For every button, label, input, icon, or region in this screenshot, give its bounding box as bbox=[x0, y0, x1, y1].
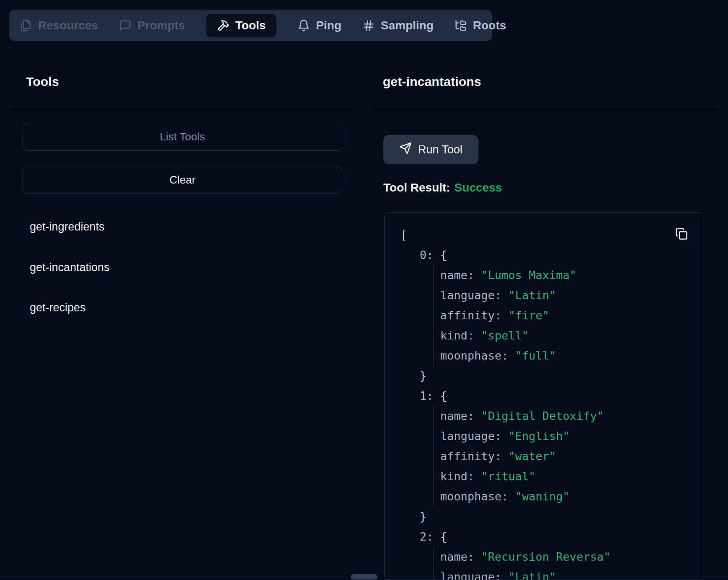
json-line: [ bbox=[385, 225, 703, 245]
json-line: } bbox=[385, 366, 703, 386]
list-tools-button[interactable]: List Tools bbox=[23, 123, 342, 151]
json-line: affinity: "water" bbox=[385, 446, 703, 466]
tool-list-item-get-incantations[interactable]: get-incantations bbox=[30, 261, 110, 274]
mcp-inspector-screen: ResourcesPromptsToolsPingSamplingRoots T… bbox=[0, 0, 728, 580]
json-line: kind: "ritual" bbox=[385, 466, 703, 487]
left-panel-title: Tools bbox=[26, 75, 59, 89]
right-panel-divider bbox=[370, 108, 717, 108]
json-line: 0: { bbox=[385, 245, 703, 265]
tab-sampling[interactable]: Sampling bbox=[362, 14, 434, 37]
tool-result-status: Success bbox=[454, 181, 502, 194]
json-line: kind: "spell" bbox=[385, 326, 703, 346]
selected-tool-title: get-incantations bbox=[383, 75, 481, 89]
tab-label: Roots bbox=[473, 19, 506, 32]
top-tab-bar: ResourcesPromptsToolsPingSamplingRoots bbox=[9, 10, 492, 41]
json-line: } bbox=[385, 507, 703, 527]
tab-roots[interactable]: Roots bbox=[454, 14, 506, 37]
send-icon bbox=[399, 142, 412, 158]
json-code: [0: {name: "Lumos Maxima"language: "Lati… bbox=[385, 225, 703, 580]
json-line: moonphase: "full" bbox=[385, 346, 703, 366]
run-tool-button[interactable]: Run Tool bbox=[383, 135, 478, 164]
tab-label: Resources bbox=[38, 19, 98, 32]
tab-prompts[interactable]: Prompts bbox=[119, 14, 185, 37]
json-line: name: "Recursion Reversa" bbox=[385, 547, 703, 567]
copy-icon bbox=[675, 235, 688, 241]
message-square-icon bbox=[119, 19, 132, 32]
json-line: 2: { bbox=[385, 527, 703, 547]
copy-result-button[interactable] bbox=[674, 227, 689, 242]
json-line: 1: { bbox=[385, 386, 703, 406]
json-indent-guide bbox=[412, 245, 412, 580]
tab-label: Ping bbox=[316, 19, 341, 32]
json-indent-guide bbox=[433, 406, 434, 507]
json-line: name: "Lumos Maxima" bbox=[385, 265, 703, 285]
tool-list-item-get-recipes[interactable]: get-recipes bbox=[30, 301, 86, 314]
hash-icon bbox=[362, 19, 375, 32]
tab-tools[interactable]: Tools bbox=[206, 14, 277, 37]
tab-resources[interactable]: Resources bbox=[20, 14, 98, 37]
hammer-icon bbox=[217, 19, 230, 32]
json-line: language: "Latin" bbox=[385, 567, 703, 580]
clear-button[interactable]: Clear bbox=[23, 166, 342, 194]
json-line: language: "English" bbox=[385, 426, 703, 446]
json-line: moonphase: "waning" bbox=[385, 487, 703, 507]
run-tool-label: Run Tool bbox=[418, 143, 462, 156]
json-line: language: "Latin" bbox=[385, 285, 703, 306]
json-line: affinity: "fire" bbox=[385, 306, 703, 326]
bell-icon bbox=[297, 19, 310, 32]
json-indent-guide bbox=[433, 547, 434, 580]
tab-label: Sampling bbox=[381, 19, 434, 32]
tool-result-line: Tool Result:Success bbox=[383, 181, 502, 194]
folder-tree-icon bbox=[454, 19, 467, 32]
tab-label: Tools bbox=[235, 19, 266, 32]
left-panel-divider bbox=[9, 108, 356, 108]
tool-result-json-viewer: [0: {name: "Lumos Maxima"language: "Lati… bbox=[384, 212, 703, 580]
files-icon bbox=[20, 19, 32, 32]
tab-label: Prompts bbox=[137, 19, 185, 32]
tab-ping[interactable]: Ping bbox=[297, 14, 341, 37]
json-line: name: "Digital Detoxify" bbox=[385, 406, 703, 426]
tool-list-item-get-ingredients[interactable]: get-ingredients bbox=[30, 220, 105, 233]
tool-result-label: Tool Result: bbox=[383, 181, 450, 194]
panel-resize-handle[interactable] bbox=[351, 574, 377, 580]
json-indent-guide bbox=[433, 265, 434, 366]
